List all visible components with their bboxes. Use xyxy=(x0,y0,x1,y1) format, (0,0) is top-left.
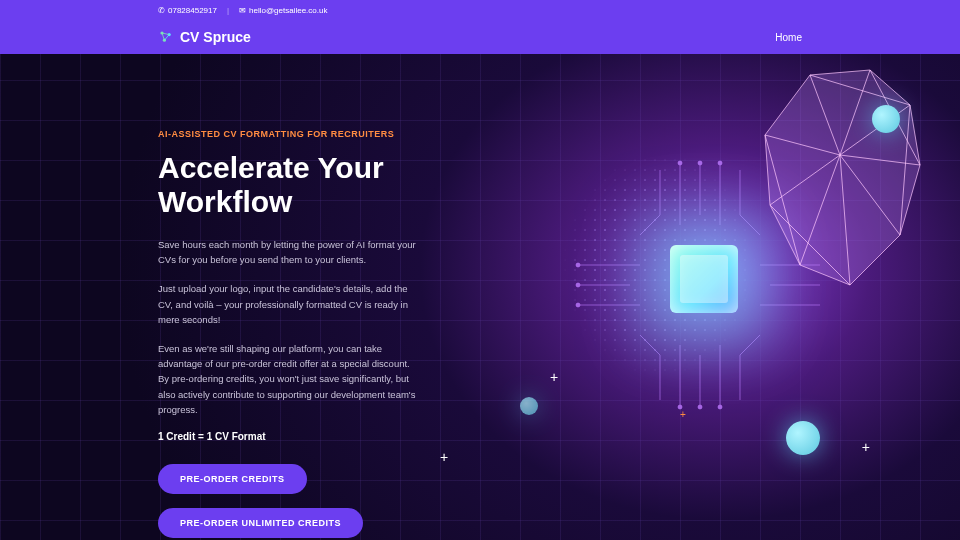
eyebrow: AI-ASSISTED CV FORMATTING FOR RECRUITERS xyxy=(158,129,440,139)
circuit-lines xyxy=(570,155,830,415)
logo[interactable]: CV Spruce xyxy=(158,29,251,45)
svg-line-21 xyxy=(840,155,850,285)
orb-3 xyxy=(520,397,538,415)
plus-decoration: + xyxy=(680,409,686,420)
headline: Accelerate Your Workflow xyxy=(158,151,440,219)
paragraph-1: Save hours each month by letting the pow… xyxy=(158,237,418,267)
svg-line-17 xyxy=(840,70,870,155)
svg-point-13 xyxy=(576,263,580,267)
svg-point-9 xyxy=(698,405,702,409)
nav-home[interactable]: Home xyxy=(775,32,802,43)
svg-line-28 xyxy=(765,135,800,265)
svg-line-27 xyxy=(900,105,910,235)
svg-point-12 xyxy=(576,283,580,287)
svg-line-19 xyxy=(840,155,920,165)
plus-decoration: + xyxy=(550,369,558,385)
svg-line-5 xyxy=(164,35,169,41)
svg-line-16 xyxy=(810,75,840,155)
plus-decoration: + xyxy=(862,439,870,455)
svg-point-7 xyxy=(678,161,682,165)
svg-line-25 xyxy=(810,75,910,105)
mail-icon: ✉ xyxy=(239,6,246,15)
svg-line-22 xyxy=(800,155,840,265)
hero-graphic: + + + + xyxy=(490,75,910,475)
preorder-unlimited-button[interactable]: PRE-ORDER UNLIMITED CREDITS xyxy=(158,508,363,538)
svg-line-26 xyxy=(870,70,920,165)
svg-line-4 xyxy=(162,33,164,40)
svg-line-24 xyxy=(765,135,840,155)
brand-name: CV Spruce xyxy=(180,29,251,45)
svg-point-11 xyxy=(718,405,722,409)
chip-graphic xyxy=(670,245,738,313)
svg-point-8 xyxy=(718,161,722,165)
separator: | xyxy=(227,6,229,15)
plus-decoration: + xyxy=(440,449,448,465)
svg-point-6 xyxy=(698,161,702,165)
email-address[interactable]: hello@getsailee.co.uk xyxy=(249,6,327,15)
phone-icon: ✆ xyxy=(158,6,165,15)
dots-field xyxy=(530,115,790,415)
hero-content: AI-ASSISTED CV FORMATTING FOR RECRUITERS… xyxy=(0,54,440,540)
credit-info: 1 Credit = 1 CV Format xyxy=(158,431,440,442)
paragraph-2: Just upload your logo, input the candida… xyxy=(158,281,418,327)
svg-line-29 xyxy=(770,205,850,285)
svg-line-20 xyxy=(840,155,900,235)
polygon-graphic xyxy=(750,65,930,305)
contact-bar: ✆ 07828452917 | ✉ hello@getsailee.co.uk xyxy=(0,0,960,20)
nav-bar: CV Spruce Home xyxy=(0,20,960,54)
svg-point-10 xyxy=(678,405,682,409)
svg-line-18 xyxy=(840,105,910,155)
orb-1 xyxy=(872,105,900,133)
svg-point-14 xyxy=(576,303,580,307)
paragraph-3: Even as we're still shaping our platform… xyxy=(158,341,418,417)
svg-line-23 xyxy=(770,155,840,205)
logo-icon xyxy=(158,29,174,45)
orb-2 xyxy=(786,421,820,455)
preorder-credits-button[interactable]: PRE-ORDER CREDITS xyxy=(158,464,307,494)
phone-number[interactable]: 07828452917 xyxy=(168,6,217,15)
svg-marker-15 xyxy=(765,70,920,285)
